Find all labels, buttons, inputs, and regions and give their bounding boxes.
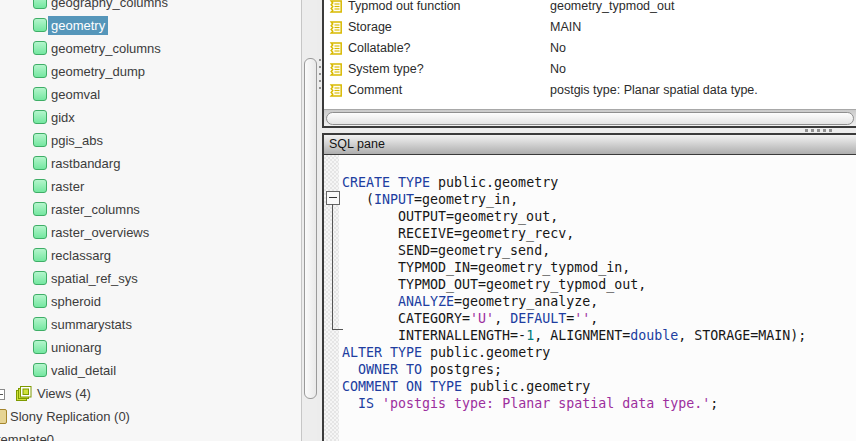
tree-item-pgis-abs[interactable]: pgis_abs [0,129,301,152]
grip-dot [319,59,321,61]
tree-item-summarystats[interactable]: summarystats [0,313,301,336]
tree-item-label: geomval [51,83,100,106]
property-label: System type? [348,62,550,76]
grip-dot [805,129,808,132]
sql-code-line: (INPUT=geometry_in, [342,191,806,208]
sql-code-line: ANALYZE=geometry_analyze, [342,293,806,310]
tree-item-valid-detail[interactable]: valid_detail [0,359,301,382]
property-label: Collatable? [348,41,550,55]
property-value: No [550,41,856,55]
type-icon [33,87,47,101]
type-icon [33,41,47,55]
expand-plus-icon[interactable] [0,389,5,400]
tree-item-rastbandarg[interactable]: rastbandarg [0,152,301,175]
tree-item-label: geometry_columns [51,37,161,60]
property-value: postgis type: Planar spatial data type. [550,83,856,97]
property-label: Comment [348,83,550,97]
tree-item-label: geometry_dump [51,60,145,83]
sql-code-line: INTERNALLENGTH=-1, ALIGNMENT=double, STO… [342,327,806,344]
type-icon [33,202,47,216]
tree-item-spatial-ref-sys[interactable]: spatial_ref_sys [0,267,301,290]
tree-item-label: valid_detail [51,359,116,382]
sql-code-line: COMMENT ON TYPE public.geometry [342,378,806,395]
property-row-collatable[interactable]: Collatable?No [324,37,856,58]
property-row-typmod-out-function[interactable]: Typmod out functiongeometry_typmod_out [324,0,856,16]
tree-item-label: unionarg [51,336,102,359]
tree-vertical-scrollbar[interactable] [301,0,318,441]
property-row-system-type[interactable]: System type?No [324,58,856,79]
type-icon [33,110,47,124]
tree-item-label: spheroid [51,290,101,313]
fold-guide-line [332,204,333,329]
tree-item-spheroid[interactable]: spheroid [0,290,301,313]
horizontal-splitter-grip[interactable] [805,129,835,132]
tree-scrollbar-thumb[interactable] [304,58,317,399]
sql-code-line: TYPMOD_OUT=geometry_typmod_out, [342,276,806,293]
tree-item-geometry-columns[interactable]: geometry_columns [0,37,301,60]
grip-dot [319,87,321,89]
tree-item-raster[interactable]: raster [0,175,301,198]
tree-item-geography-columns[interactable]: geography_columns [0,0,301,14]
tree-item-slony-replication-0[interactable]: Slony Replication (0) [0,405,301,428]
tree-item-label: Slony Replication (0) [10,405,130,428]
sql-code-line: IS 'postgis type: Planar spatial data ty… [342,395,806,412]
type-icon [33,179,47,193]
sql-code-line: ALTER TYPE public.geometry [342,344,806,361]
grip-dot [823,129,826,132]
property-value: No [550,62,856,76]
type-icon [33,317,47,331]
type-icon [33,225,47,239]
type-icon [33,363,47,377]
tree-item-template0[interactable]: template0 [0,428,301,441]
tree-item-label: gidx [51,106,75,129]
properties-scrollbar-thumb[interactable] [326,112,854,125]
sql-code-line: TYPMOD_IN=geometry_typmod_in, [342,259,806,276]
property-label: Typmod out function [348,0,550,13]
sql-pane: SQL pane CREATE TYPE public.geometry (IN… [322,133,856,441]
sql-code-line: SEND=geometry_send, [342,242,806,259]
object-browser-tree[interactable]: geography_columnsgeometrygeometry_column… [0,0,301,441]
properties-horizontal-scrollbar[interactable] [324,109,856,126]
property-icon [328,83,343,96]
tree-item-unionarg[interactable]: unionarg [0,336,301,359]
type-icon [33,271,47,285]
pgadmin-window: geography_columnsgeometrygeometry_column… [0,0,856,441]
type-icon [33,156,47,170]
type-icon [33,18,47,32]
grip-dot [319,80,321,82]
slony-icon [0,409,7,424]
grip-dot [319,73,321,75]
tree-item-label: geometry [48,16,108,35]
type-icon [33,64,47,78]
tree-item-gidx[interactable]: gidx [0,106,301,129]
tree-item-label: spatial_ref_sys [51,267,138,290]
tree-item-geomval[interactable]: geomval [0,83,301,106]
sql-code-line: CREATE TYPE public.geometry [342,174,806,191]
sql-editor[interactable]: CREATE TYPE public.geometry (INPUT=geome… [324,155,856,441]
tree-item-label: raster_overviews [51,221,149,244]
property-icon [328,41,343,54]
grip-dot [817,129,820,132]
tree-item-geometry-dump[interactable]: geometry_dump [0,60,301,83]
fold-guide-end [332,329,343,330]
tree-item-label: raster [51,175,84,198]
tree-item-label: rastbandarg [51,152,120,175]
tree-item-label: reclassarg [51,244,111,267]
tree-item-label: template0 [0,428,54,441]
tree-item-label: Views (4) [37,382,91,405]
tree-item-reclassarg[interactable]: reclassarg [0,244,301,267]
sql-pane-title: SQL pane [329,137,385,151]
type-icon [33,0,47,9]
property-row-comment[interactable]: Commentpostgis type: Planar spatial data… [324,79,856,100]
property-value: MAIN [550,20,856,34]
grip-dot [811,129,814,132]
property-icon [328,62,343,75]
tree-item-raster-overviews[interactable]: raster_overviews [0,221,301,244]
tree-item-views-4[interactable]: Views (4) [0,382,301,405]
fold-collapse-icon[interactable] [326,191,340,205]
tree-item-raster-columns[interactable]: raster_columns [0,198,301,221]
tree-item-label: geography_columns [51,0,168,14]
property-row-storage[interactable]: StorageMAIN [324,16,856,37]
tree-item-geometry[interactable]: geometry [0,14,301,37]
property-label: Storage [348,20,550,34]
